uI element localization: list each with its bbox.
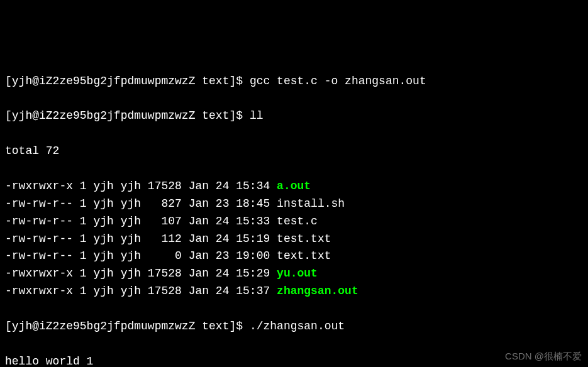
file-row: -rwxrwxr-x 1 yjh yjh 17528 Jan 24 15:37 …: [5, 283, 583, 300]
file-row: -rw-rw-r-- 1 yjh yjh 0 Jan 23 19:00 text…: [5, 248, 583, 265]
file-listing: -rwxrwxr-x 1 yjh yjh 17528 Jan 24 15:34 …: [5, 178, 583, 300]
program-output: hello world 1hello world 2hello world 3h…: [5, 353, 583, 367]
file-row: -rw-rw-r-- 1 yjh yjh 827 Jan 23 18:45 in…: [5, 195, 583, 213]
prompt-prefix: [yjh@iZ2ze95bg2jfpdmuwpmzwzZ text]$: [5, 75, 250, 87]
file-name: install.sh: [277, 197, 345, 210]
file-name: a.out: [277, 180, 311, 192]
file-name: test.txt: [277, 233, 331, 245]
file-row: -rwxrwxr-x 1 yjh yjh 17528 Jan 24 15:34 …: [5, 178, 583, 195]
prompt-prefix: [yjh@iZ2ze95bg2jfpdmuwpmzwzZ text]$: [5, 109, 250, 122]
file-row: -rw-rw-r-- 1 yjh yjh 112 Jan 24 15:19 te…: [5, 231, 583, 248]
prompt-line-1[interactable]: [yjh@iZ2ze95bg2jfpdmuwpmzwzZ text]$ gcc …: [5, 73, 583, 90]
prompt-prefix: [yjh@iZ2ze95bg2jfpdmuwpmzwzZ text]$: [5, 320, 250, 332]
output-line: hello world 1: [5, 353, 583, 367]
command-text: ./zhangsan.out: [250, 320, 345, 332]
file-name: test.c: [277, 215, 318, 227]
command-text: ll: [250, 109, 263, 122]
file-name: yu.out: [277, 267, 318, 280]
prompt-line-3[interactable]: [yjh@iZ2ze95bg2jfpdmuwpmzwzZ text]$ ./zh…: [5, 318, 583, 336]
file-row: -rw-rw-r-- 1 yjh yjh 107 Jan 24 15:33 te…: [5, 213, 583, 231]
command-text: gcc test.c -o zhangsan.out: [250, 75, 426, 87]
prompt-line-2[interactable]: [yjh@iZ2ze95bg2jfpdmuwpmzwzZ text]$ ll: [5, 107, 583, 125]
watermark: CSDN @很楠不爱: [505, 349, 582, 363]
total-line: total 72: [5, 143, 583, 160]
file-name: zhangsan.out: [277, 285, 358, 297]
file-row: -rwxrwxr-x 1 yjh yjh 17528 Jan 24 15:29 …: [5, 265, 583, 283]
file-name: text.txt: [277, 249, 331, 262]
